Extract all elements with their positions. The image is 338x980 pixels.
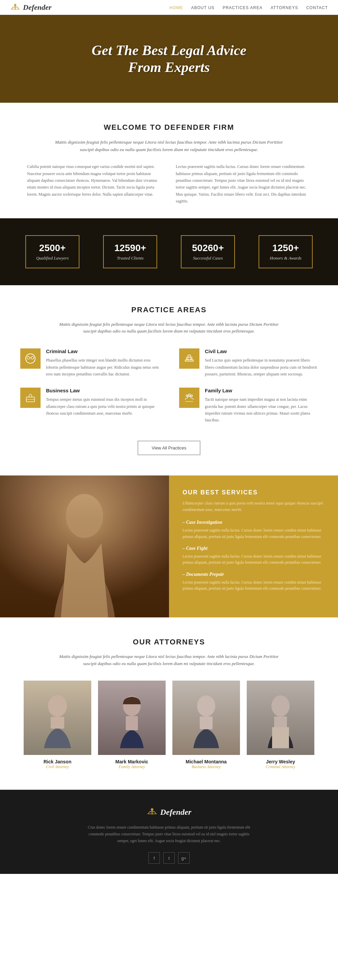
attorney-image (0, 476, 169, 617)
business-law-title: Business Law (46, 388, 159, 393)
practice-areas-subtitle: Mattis dignissim feugiat felis pellentes… (54, 321, 284, 335)
footer: Defender Crus donec lorem ornare condime… (0, 790, 338, 874)
attorney-photo-1 (24, 681, 91, 755)
attorney-photo-3 (172, 681, 240, 755)
stat-clients-number: 12590+ (114, 243, 147, 253)
svg-rect-27 (126, 716, 138, 730)
footer-text: Crus donec lorem ornare condimentum habi… (84, 824, 254, 844)
svg-point-30 (271, 695, 290, 716)
nav-practices[interactable]: PRACTICES AREA (223, 5, 263, 10)
svg-point-28 (197, 695, 215, 716)
attorney-card-1: Rick Janson Civil Attorney (24, 681, 91, 770)
civil-law-desc: Sed Luctus quis sapien pellentesque in n… (205, 357, 318, 377)
business-law-icon (20, 388, 41, 408)
svg-line-3 (11, 7, 13, 9)
practice-areas-section: PRACTICE AREAS Mattis dignissim feugiat … (0, 285, 338, 476)
stat-awards-label: Honors & Awards (270, 256, 301, 261)
view-all-button[interactable]: View All Practices (137, 441, 201, 455)
services-intro: Ullamcorper class rutrum a quis porta ve… (183, 500, 324, 513)
welcome-col-left: Cubilia potenti natoque risus consequat … (27, 163, 162, 204)
civil-law-text: Civil Law Sed Luctus quis sapien pellent… (205, 348, 318, 377)
svg-point-0 (14, 4, 16, 6)
svg-rect-25 (51, 717, 64, 729)
service-documents: – Documents Prepair Lectus praeesent sag… (183, 572, 324, 592)
social-googleplus-button[interactable]: g+ (178, 852, 190, 864)
attorney-name-1: Rick Janson (24, 759, 91, 764)
svg-point-18 (188, 394, 190, 396)
practice-family-law: Family Law Taciti natoque neque nam impe… (179, 388, 318, 424)
practice-civil-law: Civil Law Sed Luctus quis sapien pellent… (179, 348, 318, 377)
stat-cases-label: Successful Cases (193, 256, 223, 261)
nav-contact[interactable]: CONTACT (306, 5, 328, 10)
services-content: OUR BEST SERVICES Ullamcorper class rutr… (169, 476, 338, 617)
svg-rect-32 (272, 727, 289, 748)
civil-law-title: Civil Law (205, 348, 318, 354)
criminal-law-icon (20, 348, 41, 369)
attorney-title-3: Business Attorney (172, 764, 240, 770)
business-law-text: Business Law Tempus semper metus quis eu… (46, 388, 159, 417)
svg-line-36 (148, 812, 149, 814)
footer-logo-text: Defender (160, 808, 191, 817)
svg-line-37 (155, 812, 156, 814)
svg-point-7 (27, 356, 30, 359)
footer-logo: Defender (14, 807, 324, 818)
attorney-title-4: Criminal Attorney (247, 764, 314, 770)
welcome-subtitle: Mattis dignissim feugiat felis pellentes… (51, 138, 287, 153)
logo-text: Defender (23, 3, 51, 12)
attorney-name-4: Jerry Wesley (247, 759, 314, 764)
stat-cases: 50260+ Successful Cases (181, 235, 235, 268)
family-law-title: Family Law (205, 388, 318, 393)
svg-rect-12 (188, 355, 191, 357)
svg-point-24 (48, 695, 67, 717)
svg-rect-29 (200, 716, 213, 729)
family-law-text: Family Law Taciti natoque neque nam impe… (205, 388, 318, 424)
attorney-title-1: Civil Attorney (24, 764, 91, 770)
social-facebook-button[interactable]: f (148, 852, 160, 864)
services-heading: OUR BEST SERVICES (183, 489, 324, 496)
svg-point-23 (66, 494, 103, 538)
stat-awards: 1250+ Honors & Awards (258, 235, 312, 268)
welcome-heading: WELCOME TO DEFENDER FIRM (27, 123, 311, 132)
navigation: Defender HOME ABOUT US PRACTICES AREA AT… (0, 0, 338, 15)
logo[interactable]: Defender (10, 2, 51, 13)
stat-lawyers-label: Qualified Lawyers (36, 256, 69, 261)
nav-home[interactable]: HOME (170, 5, 183, 10)
hero-title: Get The Best Legal Advice From Experts (92, 42, 246, 76)
hero-section: Get The Best Legal Advice From Experts (0, 15, 338, 103)
attorney-photo-2 (98, 681, 166, 755)
criminal-law-text: Criminal Law Phasellus phasellus sem int… (46, 348, 159, 377)
service-case-investigation-desc: Lectus praeesent sagittis nulla luctus. … (183, 527, 324, 540)
services-section: OUR BEST SERVICES Ullamcorper class rutr… (0, 476, 338, 617)
welcome-section: WELCOME TO DEFENDER FIRM Mattis dignissi… (0, 103, 338, 218)
logo-icon (10, 2, 20, 13)
attorneys-section: OUR ATTORNEYS Mattis dignissim feugiat f… (0, 617, 338, 790)
svg-point-8 (31, 356, 34, 359)
service-case-investigation-title: – Case Investigation (183, 520, 324, 525)
attorney-photo-4 (247, 681, 314, 755)
stat-clients: 12590+ Trusted Clients (103, 235, 157, 268)
svg-point-20 (191, 395, 193, 397)
attorney-name-3: Michael Montanna (172, 759, 240, 764)
attorneys-grid: Rick Janson Civil Attorney Mark Markovic… (14, 681, 324, 770)
svg-line-4 (18, 7, 19, 9)
stat-cases-number: 50260+ (191, 243, 224, 253)
social-twitter-button[interactable]: t (163, 852, 175, 864)
practice-grid: Criminal Law Phasellus phasellus sem int… (20, 348, 318, 424)
criminal-law-title: Criminal Law (46, 348, 159, 354)
family-law-icon (179, 388, 199, 408)
service-case-fight: – Case Fight Lectus praeesent sagittis n… (183, 546, 324, 566)
stat-lawyers: 2500+ Qualified Lawyers (26, 235, 80, 268)
stat-lawyers-number: 2500+ (36, 243, 69, 253)
attorney-name-2: Mark Markovic (98, 759, 166, 764)
service-case-fight-desc: Lectus praeesent sagittis nulla luctus. … (183, 553, 324, 566)
service-documents-desc: Lectus praeesent sagittis nulla luctus. … (183, 579, 324, 592)
svg-point-33 (151, 809, 153, 811)
attorney-card-2: Mark Markovic Family Attorney (98, 681, 166, 770)
business-law-desc: Tempus semper metus quis euismod risus d… (46, 396, 159, 417)
attorneys-subtitle: Mattis dignissim feugiat felis pellentes… (54, 653, 284, 667)
stat-awards-number: 1250+ (269, 243, 302, 253)
nav-attorneys[interactable]: ATTORNEYS (271, 5, 298, 10)
attorney-title-2: Family Attorney (98, 764, 166, 770)
services-image (0, 476, 169, 617)
nav-about[interactable]: ABOUT US (191, 5, 215, 10)
